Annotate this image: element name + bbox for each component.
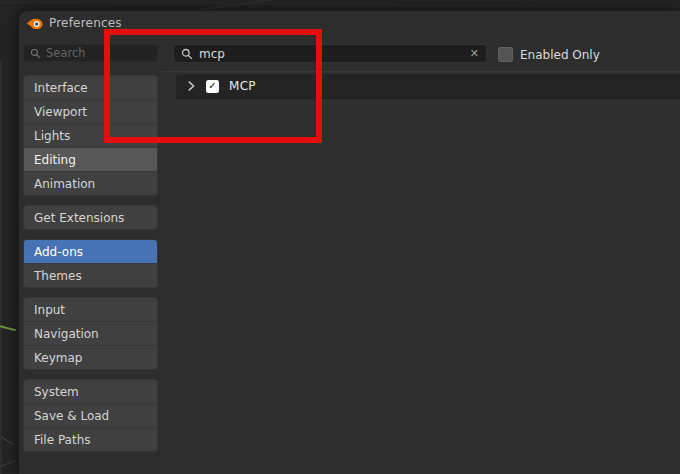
backdrop-grid-line <box>201 0 320 10</box>
sidebar-item-animation[interactable]: Animation <box>24 171 157 195</box>
search-icon <box>181 48 193 60</box>
sidebar-item-file-paths[interactable]: File Paths <box>24 427 157 451</box>
clear-search-icon[interactable]: ✕ <box>470 48 479 59</box>
sidebar-group: Get Extensions <box>23 205 158 230</box>
blender-logo-icon <box>26 16 43 30</box>
backdrop-grid-line <box>1 436 13 444</box>
addon-row-mcp[interactable]: ✓MCP <box>176 74 680 99</box>
sidebar-item-themes[interactable]: Themes <box>24 263 157 287</box>
sidebar-item-viewport[interactable]: Viewport <box>24 99 157 123</box>
enabled-only-control[interactable]: Enabled Only <box>498 47 600 62</box>
sidebar-item-system[interactable]: System <box>24 380 157 403</box>
sidebar-group: SystemSave & LoadFile Paths <box>23 379 158 452</box>
sidebar-item-navigation[interactable]: Navigation <box>24 321 157 345</box>
enabled-only-checkbox[interactable] <box>498 47 513 62</box>
enabled-only-label: Enabled Only <box>520 48 600 62</box>
sidebar-nav: InterfaceViewportLightsEditingAnimationG… <box>23 75 158 461</box>
backdrop-axis-green <box>0 325 16 331</box>
backdrop-grid-line <box>0 460 15 466</box>
sidebar-search-placeholder: Search <box>46 46 86 60</box>
sidebar-item-input[interactable]: Input <box>24 298 157 321</box>
search-icon <box>30 48 41 59</box>
window-title: Preferences <box>49 16 122 30</box>
sidebar-item-add-ons[interactable]: Add-ons <box>24 240 157 263</box>
sidebar-item-interface[interactable]: Interface <box>24 76 157 99</box>
sidebar-group: InputNavigationKeymap <box>23 297 158 370</box>
sidebar-group: Add-onsThemes <box>23 239 158 288</box>
screenshot-root: Preferences Search InterfaceViewportLigh… <box>0 0 680 474</box>
sidebar-item-save-load[interactable]: Save & Load <box>24 403 157 427</box>
addon-enable-checkbox[interactable]: ✓ <box>206 80 219 93</box>
preferences-window: Preferences Search InterfaceViewportLigh… <box>18 10 680 474</box>
sidebar-item-editing[interactable]: Editing <box>24 147 157 171</box>
backdrop-grid-line <box>0 60 2 474</box>
addon-search-value: mcp <box>199 47 470 61</box>
sidebar-group: InterfaceViewportLightsEditingAnimation <box>23 75 158 196</box>
addon-search-input[interactable]: mcp ✕ <box>173 44 487 63</box>
addon-list: ✓MCP <box>161 72 680 474</box>
backdrop-grid-line <box>0 2 680 8</box>
addon-name: MCP <box>229 79 256 93</box>
titlebar[interactable]: Preferences <box>19 11 680 35</box>
sidebar-item-get-extensions[interactable]: Get Extensions <box>24 206 157 229</box>
sidebar-search-input[interactable]: Search <box>23 44 158 62</box>
expand-chevron-icon[interactable] <box>187 81 196 91</box>
sidebar-item-lights[interactable]: Lights <box>24 123 157 147</box>
sidebar-item-keymap[interactable]: Keymap <box>24 345 157 369</box>
